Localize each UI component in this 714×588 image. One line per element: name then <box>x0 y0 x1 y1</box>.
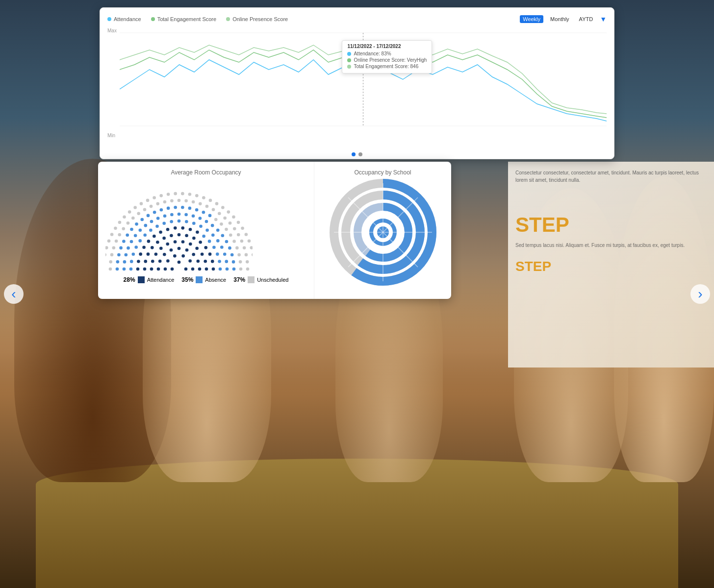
legend-engagement: Total Engagement Score <box>151 16 216 22</box>
legend-online-presence: Online Presence Score <box>226 16 288 22</box>
legend-attendance: Attendance <box>107 16 141 22</box>
prev-arrow[interactable]: ‹ <box>4 284 24 304</box>
chart-area: Max Min 11/12/2022 - 17/12/2022 Atten <box>107 28 607 141</box>
donut-chart <box>329 178 437 286</box>
step-label-2: STEP <box>515 259 707 274</box>
weekly-btn[interactable]: Weekly <box>520 15 543 23</box>
right-body-text-1: Consectetur consectetur, consectetur ame… <box>515 169 707 184</box>
step-label-1: STEP <box>515 213 707 237</box>
attendance-sq <box>138 276 145 283</box>
occupancy-legend: 28% Attendance 35% Absence 37% Unschedul… <box>105 276 306 283</box>
line-chart-panel: Attendance Total Engagement Score Online… <box>100 7 614 159</box>
absence-sq <box>196 276 203 283</box>
chart-controls: Weekly Monthly AYTD ▼ <box>520 15 607 23</box>
next-arrow[interactable]: › <box>690 284 710 304</box>
tooltip-attendance-dot <box>347 52 351 56</box>
aytd-btn[interactable]: AYTD <box>576 15 596 23</box>
occupancy-title: Average Room Occupancy <box>105 169 306 176</box>
monthly-btn[interactable]: Monthly <box>547 15 572 23</box>
page-dot-2[interactable] <box>358 152 362 156</box>
y-max-label: Max <box>107 28 117 33</box>
dot-chart-canvas <box>105 178 253 274</box>
school-title: Occupancy by School <box>322 169 444 176</box>
tooltip-online-presence: Online Presence Score: VeryHigh <box>347 57 427 63</box>
legend-item-unscheduled: 37% Unscheduled <box>233 276 288 283</box>
chart-tooltip: 11/12/2022 - 17/12/2022 Attendance: 83% … <box>342 40 432 74</box>
tooltip-total-engagement: Total Engagement Score: 846 <box>347 64 427 69</box>
right-body-text-2: Sed tempus lacus nisi. Aliquam et. Fusce… <box>515 242 707 249</box>
tooltip-attendance: Attendance: 83% <box>347 51 427 56</box>
legend-item-attendance: 28% Attendance <box>124 276 175 283</box>
school-section: Occupancy by School <box>314 162 451 299</box>
engagement-dot <box>151 17 155 21</box>
legend-item-absence: 35% Absence <box>181 276 226 283</box>
pagination <box>352 152 362 156</box>
unscheduled-sq <box>248 276 255 283</box>
online-presence-dot <box>226 17 230 21</box>
chart-header: Attendance Total Engagement Score Online… <box>107 15 607 23</box>
chart-legend: Attendance Total Engagement Score Online… <box>107 16 288 22</box>
tooltip-online-dot <box>347 58 351 62</box>
tooltip-engagement-dot <box>347 65 351 69</box>
dashboard-panel: Average Room Occupancy 28% Attendance 35… <box>98 162 451 299</box>
y-min-label: Min <box>107 133 115 138</box>
occupancy-section: Average Room Occupancy 28% Attendance 35… <box>98 162 314 299</box>
tooltip-date: 11/12/2022 - 17/12/2022 <box>347 44 427 49</box>
right-text-panel: Consectetur consectetur, consectetur ame… <box>508 162 714 368</box>
donut-container <box>322 178 444 286</box>
filter-icon[interactable]: ▼ <box>600 15 607 23</box>
attendance-dot <box>107 17 111 21</box>
page-dot-1[interactable] <box>352 152 356 156</box>
